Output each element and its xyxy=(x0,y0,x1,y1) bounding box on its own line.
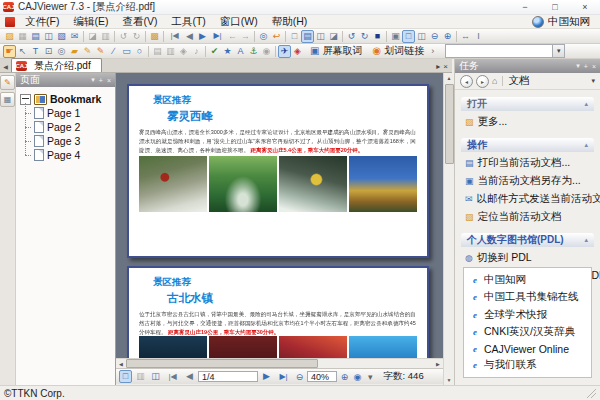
scroll-right-icon[interactable]: ▶ xyxy=(433,361,443,367)
last-page-icon[interactable]: ▶| xyxy=(209,30,226,43)
menu-item[interactable]: 窗口(W) xyxy=(213,15,265,29)
zoom-tool-icon[interactable]: ◎ xyxy=(55,45,68,58)
page-setup-icon[interactable]: ▧ xyxy=(55,30,68,43)
zoom-in-icon[interactable]: ⊕ xyxy=(441,30,454,43)
star-stamp-icon[interactable]: ★ xyxy=(221,45,234,58)
fit-mode-icon[interactable]: ◉ xyxy=(352,371,363,382)
rotate-right-icon[interactable]: ↻ xyxy=(358,30,371,43)
text-stamp-icon[interactable]: A xyxy=(234,45,247,58)
panel-pin-icon[interactable]: + xyxy=(99,77,103,84)
book-mode-icon[interactable]: ◪ xyxy=(327,30,340,43)
web-link[interactable]: e CNKI英汉/汉英辞典 xyxy=(470,325,585,339)
next-page-icon[interactable]: ▶ xyxy=(260,370,273,383)
collapse-chevron-icon[interactable]: ▴ xyxy=(584,141,588,149)
select-tool-icon[interactable]: ↖ xyxy=(16,45,29,58)
tab-attractions-pdf[interactable]: CAJ 景点介绍.pdf xyxy=(11,58,102,72)
task-action-item[interactable]: ▨更多... xyxy=(465,115,596,129)
last-page-icon[interactable]: ▶| xyxy=(275,370,292,383)
maximize-button[interactable]: □ xyxy=(540,0,570,14)
panel-menu-icon[interactable]: ▾ xyxy=(91,76,95,84)
scroll-down-icon[interactable]: ▼ xyxy=(447,375,452,385)
combobox-dropdown-icon[interactable]: ▾ xyxy=(552,45,564,57)
facing-icon[interactable]: ◫ xyxy=(314,30,327,43)
scroll-up-icon[interactable]: ▲ xyxy=(447,73,452,83)
task-section-header[interactable]: 操作 ▴ xyxy=(461,138,594,152)
task-action-item[interactable]: ◍切换到 PDL xyxy=(465,251,596,265)
area-select-icon[interactable]: ⊡ xyxy=(42,45,55,58)
task-action-item[interactable]: ✉以邮件方式发送当前活动文档... xyxy=(465,192,596,206)
text-select-icon[interactable]: T xyxy=(29,45,42,58)
web-link[interactable]: e CAJViewer Online xyxy=(470,343,585,355)
menu-item[interactable]: 查看(V) xyxy=(115,15,164,29)
next-page-icon[interactable]: ▶ xyxy=(196,30,209,43)
page-indicator-input[interactable]: 1/4 xyxy=(198,371,258,382)
task-view-selector[interactable]: 文档 xyxy=(508,74,529,88)
annotate-pen-icon[interactable]: ✎ xyxy=(0,75,15,90)
first-page-icon[interactable]: |◀ xyxy=(166,30,183,43)
rotate-left-icon[interactable]: ↺ xyxy=(345,30,358,43)
brand-link[interactable]: 中国知网 xyxy=(548,15,590,29)
measure-width-icon[interactable]: ↔ xyxy=(459,30,472,43)
task-action-item[interactable]: ▤打印当前活动文档... xyxy=(465,156,596,170)
task-section-header[interactable]: 打开 ▴ xyxy=(461,97,594,111)
line-icon[interactable]: ∕ xyxy=(107,45,120,58)
properties-icon[interactable]: ▩ xyxy=(148,30,161,43)
zoom-level-input[interactable]: 40% xyxy=(307,371,337,382)
highlight-icon[interactable]: ▰ xyxy=(68,45,81,58)
open-icon[interactable]: ▨ xyxy=(3,30,16,43)
tab-next-icon[interactable]: ▸ xyxy=(436,62,440,71)
capture-settings-icon[interactable]: ◈ xyxy=(291,45,304,58)
single-page-icon[interactable]: □ xyxy=(288,30,301,43)
actual-size-icon[interactable]: ▣ xyxy=(389,30,402,43)
bookmark-page-node[interactable]: Page 4 xyxy=(32,148,113,162)
bookmark-page-node[interactable]: Page 3 xyxy=(32,134,113,148)
fit-mode-dropdown-icon[interactable]: ▾ xyxy=(365,372,376,382)
bookmark-page-node[interactable]: Page 1 xyxy=(32,106,113,120)
text-note-tool-icon[interactable]: ▦ xyxy=(0,92,15,107)
collapse-chevron-icon[interactable]: ▴ xyxy=(584,236,588,244)
rectangle-icon[interactable]: ▭ xyxy=(120,45,133,58)
scroll-left-icon[interactable]: ◀ xyxy=(116,361,126,367)
hand-tool-icon[interactable]: ☛ xyxy=(3,45,16,58)
panel-close-icon[interactable]: × xyxy=(592,63,596,70)
task-action-item[interactable]: ▣当前活动文档另存为... xyxy=(465,174,596,188)
ellipse-icon[interactable]: ○ xyxy=(133,45,146,58)
vertical-scroll-thumb[interactable] xyxy=(445,84,454,164)
horizontal-scroll-thumb[interactable] xyxy=(126,359,318,368)
fit-width-icon[interactable]: ◫ xyxy=(415,30,428,43)
prev-page-icon[interactable]: ◀ xyxy=(183,370,196,383)
panel-close-icon[interactable]: × xyxy=(107,77,111,84)
screen-capture-button[interactable]: ▣ 屏幕取词 xyxy=(306,45,366,58)
ocr-icon[interactable]: ✈ xyxy=(278,45,291,58)
facing-mode-icon[interactable]: ▥ xyxy=(134,370,147,383)
refresh-icon[interactable]: ↩ xyxy=(270,30,283,43)
task-section-header[interactable]: 个人数字图书馆(PDL) ▴ xyxy=(461,233,594,247)
bookmark-page-node[interactable]: Page 2 xyxy=(32,120,113,134)
task-back-icon[interactable]: ◂ xyxy=(460,75,473,88)
close-button[interactable]: × xyxy=(570,0,600,14)
menu-item[interactable]: 帮助(H) xyxy=(265,15,315,29)
search-icon[interactable]: ◎ xyxy=(257,30,270,43)
brush-icon[interactable]: ✎ xyxy=(94,45,107,58)
continuous-mode-icon[interactable]: ◫ xyxy=(149,370,162,383)
bookmark-root-node[interactable]: Bookmark xyxy=(20,92,113,106)
word-link-button[interactable]: ◉ 划词链接 xyxy=(368,45,428,58)
fit-page-icon[interactable]: □ xyxy=(402,30,415,43)
anchor-stamp-icon[interactable]: ⚓ xyxy=(247,45,260,58)
email-icon[interactable]: ✉ xyxy=(68,30,81,43)
menu-item[interactable]: 编辑(E) xyxy=(66,15,115,29)
minimize-button[interactable]: − xyxy=(510,0,540,14)
web-link[interactable]: e 全球学术快报 xyxy=(470,308,585,322)
task-view-dropdown-icon[interactable]: ▾ xyxy=(591,77,595,85)
print-preview-icon[interactable]: ◫ xyxy=(42,30,55,43)
vertical-scrollbar[interactable]: ▲ ▼ xyxy=(443,73,454,385)
tab-close-icon[interactable]: × xyxy=(443,62,448,71)
first-page-icon[interactable]: |◀ xyxy=(164,370,181,383)
panel-pin-icon[interactable]: + xyxy=(584,63,588,70)
pen-icon[interactable]: ✎ xyxy=(81,45,94,58)
menu-item[interactable]: 工具(T) xyxy=(164,15,212,29)
prev-page-icon[interactable]: ◀ xyxy=(183,30,196,43)
zoom-out-icon[interactable]: ⊖ xyxy=(294,371,305,382)
horizontal-scrollbar[interactable]: ◀ ▶ xyxy=(116,358,443,368)
resize-grip[interactable] xyxy=(586,388,596,398)
